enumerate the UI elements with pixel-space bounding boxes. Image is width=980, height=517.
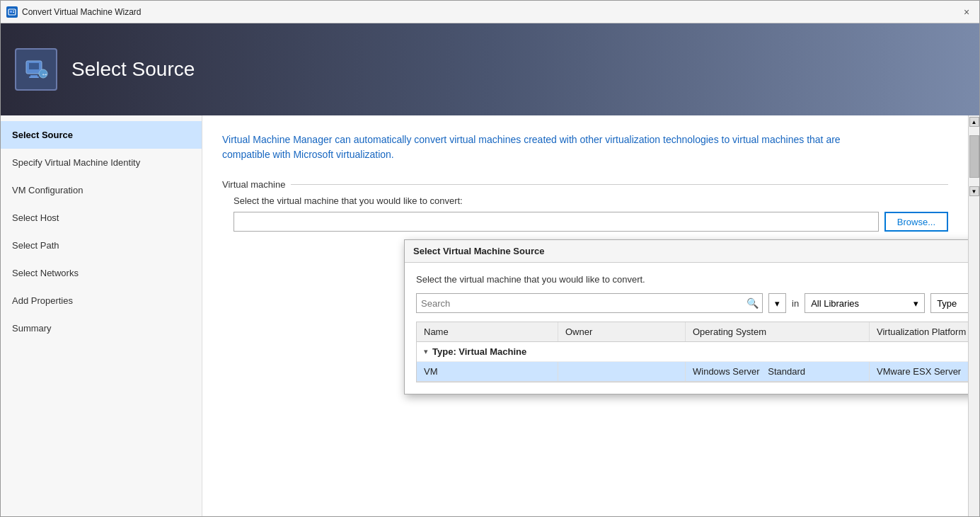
popup-title-bar: Select Virtual Machine Source ×	[405, 240, 968, 263]
sidebar-item-select-source[interactable]: Select Source	[1, 121, 202, 149]
table-header: Name Owner Operating System Virtualizati…	[417, 322, 968, 342]
popup-title: Select Virtual Machine Source	[413, 246, 544, 256]
sidebar-item-select-host[interactable]: Select Host	[1, 204, 202, 232]
sidebar-item-select-path[interactable]: Select Path	[1, 232, 202, 259]
title-bar-left: Convert Virtual Machine Wizard	[6, 6, 142, 18]
search-input[interactable]	[417, 294, 762, 312]
vm-input-row: Browse...	[234, 212, 948, 232]
type-dropdown[interactable]: Type ▾	[930, 293, 968, 313]
sidebar-item-select-networks[interactable]: Select Networks	[1, 259, 202, 287]
window-close-button[interactable]: ×	[959, 5, 974, 19]
table-row[interactable]: VM Windows Server Standard VMware ESX Se…	[417, 362, 968, 382]
svg-rect-5	[29, 63, 39, 69]
type-label: Type	[937, 298, 957, 309]
group-chevron: ▾	[424, 347, 428, 356]
sidebar-item-vm-configuration[interactable]: VM Configuration	[1, 176, 202, 204]
col-name: Name	[417, 322, 558, 341]
sidebar: Select Source Specify Virtual Machine Id…	[1, 115, 202, 516]
main-content: Select Source Specify Virtual Machine Id…	[1, 115, 979, 516]
select-vm-source-dialog: Select Virtual Machine Source × Select t…	[404, 239, 968, 394]
window-title: Convert Virtual Machine Wizard	[22, 7, 142, 17]
content-area: Virtual Machine Manager can automaticall…	[202, 115, 968, 516]
libraries-label: All Libraries	[811, 298, 859, 309]
table-group-row[interactable]: ▾ Type: Virtual Machine	[417, 342, 968, 362]
col-platform: Virtualization Platform	[870, 322, 968, 341]
sub-label: Select the virtual machine that you woul…	[234, 195, 948, 206]
scroll-up-button[interactable]: ▲	[969, 117, 979, 127]
popup-body: Select the virtual machine that you woul…	[405, 263, 968, 394]
vm-path-input[interactable]	[234, 212, 879, 232]
virtual-machine-section-label: Virtual machine	[222, 179, 948, 190]
header-banner: ↔ Select Source	[1, 23, 979, 115]
in-label: in	[792, 298, 799, 309]
popup-desc: Select the virtual machine that you woul…	[416, 274, 968, 285]
header-icon: ↔	[15, 48, 57, 91]
table-body: ▾ Type: Virtual Machine VM Windows Serve…	[417, 342, 968, 382]
sidebar-item-add-properties[interactable]: Add Properties	[1, 287, 202, 314]
title-bar: Convert Virtual Machine Wizard ×	[1, 1, 979, 23]
main-window: Convert Virtual Machine Wizard × ↔ Selec…	[0, 0, 980, 517]
svg-rect-7	[29, 76, 39, 78]
sidebar-item-summary[interactable]: Summary	[1, 314, 202, 342]
libraries-chevron: ▾	[913, 298, 918, 309]
svg-rect-1	[10, 11, 12, 13]
cell-owner	[558, 362, 686, 381]
svg-rect-2	[13, 11, 14, 11]
cell-os: Windows Server Standard	[686, 362, 870, 381]
search-dropdown-chevron[interactable]: ▾	[768, 293, 786, 313]
search-icon[interactable]: 🔍	[744, 295, 761, 312]
search-filter-row: 🔍 ▾ in All Libraries ▾ Type ▾	[416, 293, 968, 313]
scroll-down-button[interactable]: ▼	[969, 186, 979, 196]
libraries-dropdown[interactable]: All Libraries ▾	[805, 293, 925, 313]
cell-name: VM	[417, 362, 558, 381]
col-owner: Owner	[558, 322, 686, 341]
scroll-thumb[interactable]	[969, 135, 979, 178]
header-title: Select Source	[71, 58, 195, 81]
window-scrollbar[interactable]: ▲ ▼	[968, 115, 979, 516]
vm-table: Name Owner Operating System Virtualizati…	[416, 322, 968, 382]
group-label: Type: Virtual Machine	[432, 346, 526, 357]
browse-button[interactable]: Browse...	[884, 212, 948, 232]
col-os: Operating System	[686, 322, 870, 341]
cell-platform: VMware ESX Server	[870, 362, 968, 381]
window-icon	[6, 6, 18, 18]
svg-text:↔: ↔	[41, 70, 48, 78]
svg-rect-3	[13, 12, 14, 13]
search-box: 🔍	[416, 293, 763, 313]
intro-text: Virtual Machine Manager can automaticall…	[222, 132, 859, 162]
sidebar-item-specify-vm-identity[interactable]: Specify Virtual Machine Identity	[1, 149, 202, 176]
